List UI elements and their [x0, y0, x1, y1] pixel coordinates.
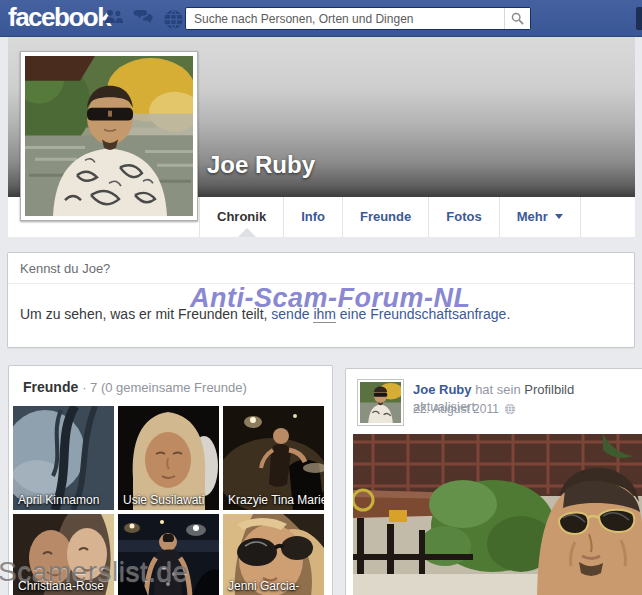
search-bar [185, 7, 531, 30]
active-tab-pointer [238, 228, 256, 237]
know-box-title: Kennst du Joe? [8, 253, 634, 284]
profile-name: Joe Ruby [207, 151, 315, 179]
tab-mehr[interactable]: Mehr [499, 197, 581, 237]
know-box-text: Um zu sehen, was er mit Freunden teilt, … [8, 284, 634, 322]
search-icon [511, 12, 524, 25]
friend-name: April Kinnamon [18, 493, 99, 507]
chevron-down-icon [555, 214, 563, 219]
friend-tile[interactable] [118, 514, 219, 595]
friend-tile[interactable]: Jenni Garcia- [223, 514, 324, 595]
friend-tile[interactable]: Krazyie Tina Marie [223, 406, 324, 510]
profile-picture[interactable] [20, 51, 198, 221]
notifications-icon[interactable] [163, 9, 184, 26]
nav-icons [103, 9, 184, 26]
post-photo[interactable] [353, 434, 642, 595]
friend-name: Christiana-Rose [18, 579, 104, 593]
friend-request-link[interactable]: sende ihm eine Freundschaftsanfrage. [271, 306, 510, 323]
post-object-link[interactable]: Profilbild [524, 382, 574, 397]
tab-info[interactable]: Info [283, 197, 342, 237]
facebook-logo[interactable]: facebook [8, 2, 110, 33]
profile-thumb-cutoff [636, 7, 642, 30]
friend-name: Krazyie Tina Marie [228, 493, 324, 507]
post-author-avatar[interactable] [357, 379, 404, 426]
friend-requests-icon[interactable] [103, 9, 124, 26]
know-joe-box: Kennst du Joe? Um zu sehen, was er mit F… [7, 252, 635, 348]
friend-tile[interactable]: April Kinnamon [13, 406, 114, 510]
friend-name: Usie Susilawati [123, 493, 204, 507]
profile-photo-art [25, 56, 193, 216]
post-date[interactable]: 22. August 2011 [413, 402, 499, 416]
post-meta: 22. August 2011 [413, 402, 516, 416]
tab-fotos[interactable]: Fotos [428, 197, 498, 237]
friend-tile[interactable]: Usie Susilawati [118, 406, 219, 510]
friends-box-title: Freunde · 7 (0 gemeinsame Freunde) [9, 366, 332, 395]
friend-photo [118, 514, 219, 595]
globe-privacy-icon [504, 403, 516, 415]
profile-update-post: Joe Ruby hat sein Profilbild aktualisier… [345, 368, 642, 595]
search-input[interactable] [186, 8, 504, 29]
friends-box: Freunde · 7 (0 gemeinsame Freunde) April… [8, 365, 333, 595]
avatar-art [360, 382, 401, 423]
top-nav-bar: facebook [0, 0, 642, 37]
post-photo-art [353, 434, 642, 595]
messages-icon[interactable] [133, 9, 154, 26]
friend-tile[interactable]: Christiana-Rose [13, 514, 114, 595]
post-author-link[interactable]: Joe Ruby [413, 382, 472, 397]
friend-name: Jenni Garcia- [228, 579, 299, 593]
tab-freunde[interactable]: Freunde [342, 197, 428, 237]
search-button[interactable] [504, 8, 530, 29]
